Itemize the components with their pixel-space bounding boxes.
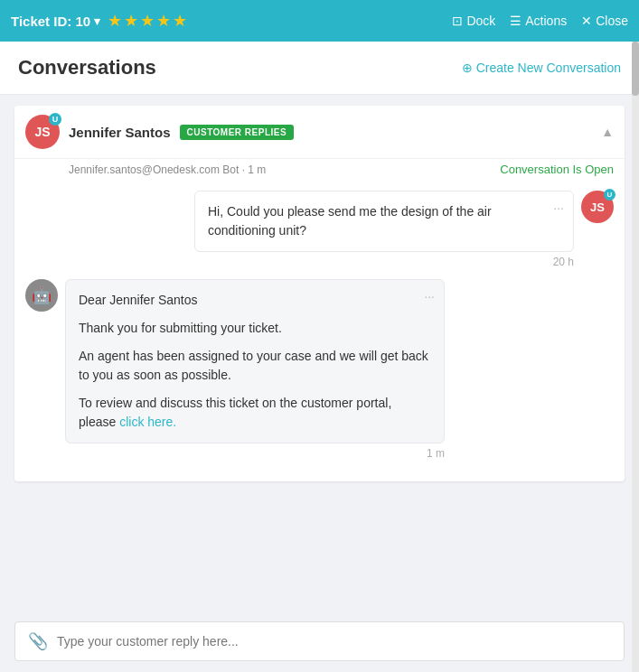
conversations-title: Conversations — [18, 56, 156, 79]
msg-avatar-initials: JS — [590, 201, 605, 214]
dock-icon: ⊡ — [452, 14, 463, 28]
conversations-header: Conversations ⊕ Create New Conversation — [0, 42, 639, 95]
star-rating[interactable]: ★ ★ ★ ★ ★ — [108, 11, 187, 31]
plus-circle-icon: ⊕ — [462, 61, 473, 75]
message-options-icon[interactable]: ··· — [553, 199, 564, 218]
dock-label: Dock — [466, 14, 495, 28]
star-1[interactable]: ★ — [108, 11, 122, 31]
actions-label: Actions — [525, 14, 567, 28]
create-new-label: Create New Conversation — [476, 61, 621, 75]
message-bubble-left: ··· Dear Jennifer Santos Thank you for s… — [65, 279, 445, 443]
reply-input[interactable] — [57, 634, 611, 649]
message-left-wrapper: ··· Dear Jennifer Santos Thank you for s… — [65, 279, 445, 460]
conv-header-right: ▲ — [601, 125, 614, 139]
star-2[interactable]: ★ — [124, 11, 138, 31]
conversation-status: Conversation Is Open — [500, 163, 614, 176]
message-text-right: Hi, Could you please send me the design … — [208, 204, 492, 238]
message-row-right: ··· Hi, Could you please send me the des… — [25, 191, 614, 268]
close-label: Close — [596, 14, 628, 28]
actions-button[interactable]: ☰ Actions — [510, 14, 567, 28]
ticket-header: Ticket ID: 10 ▾ ★ ★ ★ ★ ★ ⊡ Dock ☰ Actio… — [0, 0, 639, 42]
header-right: ⊡ Dock ☰ Actions ✕ Close — [452, 14, 628, 28]
message-bubble-right: ··· Hi, Could you please send me the des… — [194, 191, 574, 252]
scrollbar-thumb[interactable] — [632, 42, 639, 96]
star-3[interactable]: ★ — [140, 11, 155, 31]
bot-message-line3: An agent has been assigned to your case … — [79, 347, 431, 385]
ticket-id[interactable]: Ticket ID: 10 ▾ — [11, 14, 100, 29]
message-right-wrapper: ··· Hi, Could you please send me the des… — [194, 191, 574, 268]
bot-icon: 🤖 — [32, 285, 52, 305]
bot-avatar: 🤖 — [25, 279, 58, 312]
main-content: Conversations ⊕ Create New Conversation … — [0, 42, 639, 672]
click-here-link[interactable]: click here. — [119, 415, 176, 429]
create-new-conversation-button[interactable]: ⊕ Create New Conversation — [462, 61, 621, 75]
message-avatar-right: JS U — [581, 191, 614, 223]
conversation-meta: Jennifer.santos@Onedesk.com Bot · 1 m Co… — [14, 159, 625, 183]
message-time-left: 1 m — [65, 447, 445, 460]
message-time-right: 20 h — [194, 256, 574, 268]
bot-message-line2: Thank you for submitting your ticket. — [79, 319, 431, 338]
conversation-name: Jennifer Santos — [69, 125, 171, 140]
avatar-badge: U — [49, 113, 61, 126]
reply-bar: 📎 — [14, 621, 625, 661]
conversations-list: JS U Jennifer Santos CUSTOMER REPLIES ▲ … — [0, 95, 639, 621]
conversation-email: Jennifer.santos@Onedesk.com Bot · 1 m — [69, 163, 266, 176]
conversation-item-header: JS U Jennifer Santos CUSTOMER REPLIES ▲ — [14, 106, 625, 159]
messages-area: ··· Hi, Could you please send me the des… — [14, 183, 625, 481]
scrollbar-track — [632, 42, 639, 672]
header-left: Ticket ID: 10 ▾ ★ ★ ★ ★ ★ — [11, 11, 187, 31]
bot-message-line4: To review and discuss this ticket on the… — [79, 394, 431, 432]
close-icon: ✕ — [581, 14, 592, 28]
attach-icon[interactable]: 📎 — [28, 631, 48, 651]
email-label: Jennifer.santos@Onedesk.com Bot — [69, 163, 239, 176]
avatar-initials: JS — [34, 125, 50, 139]
collapse-button[interactable]: ▲ — [601, 125, 614, 139]
message-row-left: 🤖 ··· Dear Jennifer Santos Thank you for… — [25, 279, 614, 460]
ticket-id-label: Ticket ID: 10 — [11, 14, 90, 29]
chevron-down-icon[interactable]: ▾ — [94, 14, 100, 28]
bot-message-line1: Dear Jennifer Santos — [79, 291, 431, 310]
conversation-item: JS U Jennifer Santos CUSTOMER REPLIES ▲ … — [14, 106, 625, 481]
message-options-left-icon[interactable]: ··· — [424, 287, 435, 306]
time-ago-label: · 1 m — [242, 163, 267, 176]
avatar: JS U — [25, 115, 60, 149]
star-5[interactable]: ★ — [173, 11, 187, 31]
msg-avatar-badge: U — [604, 189, 616, 201]
close-button[interactable]: ✕ Close — [581, 14, 628, 28]
menu-icon: ☰ — [510, 14, 522, 28]
star-4[interactable]: ★ — [156, 11, 171, 31]
conv-header-left: JS U Jennifer Santos CUSTOMER REPLIES — [25, 115, 294, 149]
dock-button[interactable]: ⊡ Dock — [452, 14, 495, 28]
customer-replies-badge: CUSTOMER REPLIES — [180, 125, 295, 140]
